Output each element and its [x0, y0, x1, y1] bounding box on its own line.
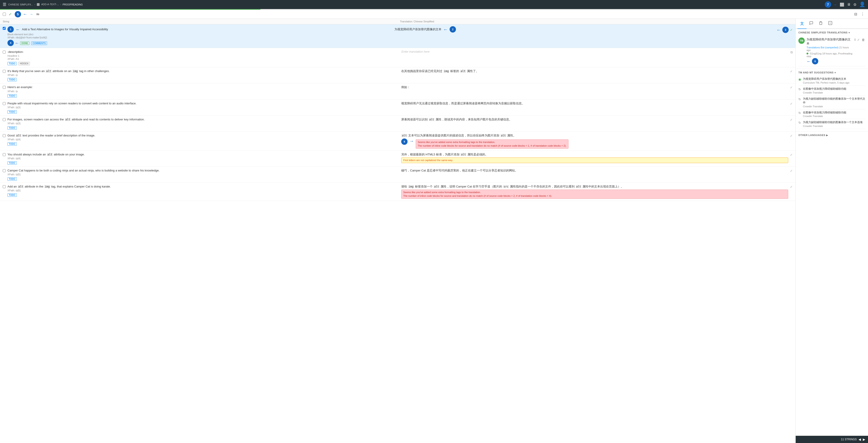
tm-item-0[interactable]: ◉ 为视觉障碍用户添加替代图像的文本 Curriculum TM, Perfec…	[798, 76, 865, 86]
row-10-warning: Seems like you've added some extra forma…	[401, 190, 788, 199]
trans-count: 0	[854, 38, 856, 41]
row-2-actions: ⧉	[790, 50, 793, 54]
string-row[interactable]: 1 ← Add a Text Alternative to Images for…	[0, 24, 796, 48]
row-2-checkbox[interactable]	[3, 50, 6, 54]
tab-comments[interactable]	[807, 19, 816, 29]
approve-button[interactable]: ✓	[8, 11, 13, 17]
string-row[interactable]: Good alt text provides the reader a brie…	[0, 132, 796, 151]
tm-item-3[interactable]: ↻ 在图像中添加视力障碍辅助辅助功能 Crowdin Translate	[798, 109, 865, 119]
tm-source-1: Crowdin Translate	[803, 91, 865, 94]
back-button[interactable]: ←	[29, 12, 35, 17]
string-row[interactable]: Add an alt attribute in the img tag, tha…	[0, 183, 796, 201]
row-8-check[interactable]: ✓	[790, 153, 793, 157]
row-2-copy[interactable]: ⧉	[790, 50, 793, 54]
main-layout: String Translation: Chinese Simplified 1…	[0, 19, 868, 443]
row-10-source: Add an alt attribute in the img tag, tha…	[7, 184, 399, 199]
annotation-1: 1	[7, 26, 14, 33]
annotation-8: 8	[401, 138, 408, 145]
menu-icon[interactable]: ☰	[3, 2, 6, 7]
row-7-meta-xpath: XPath: /p[4]	[7, 138, 395, 141]
row-6-check[interactable]: ✓	[790, 118, 793, 122]
row-9-check[interactable]: ✓	[790, 169, 793, 173]
filter-button[interactable]: ⊟	[853, 11, 858, 17]
row-1-meta-xpath: XPath: /div[@id='front-matter']/ul/li[2	[7, 36, 388, 39]
tm-section-title: TM AND MT SUGGESTIONS	[798, 71, 834, 74]
row-7-source-text: Good alt text provides the reader a brie…	[7, 134, 95, 137]
row-1-meta-type: Block element text (div)	[7, 33, 388, 36]
row-10-check[interactable]: ✓	[790, 185, 793, 189]
more-button[interactable]: ⋮	[860, 11, 865, 17]
bottom-bar: 11 STRINGS ◀ ▶	[796, 436, 868, 443]
row-1-translation-text: 为视觉障碍用户添加替代图像的文本	[395, 27, 441, 31]
profile-icon[interactable]: 👤	[859, 2, 865, 7]
tm-text-2: 为视力缺陷辅助辅助功能的图像添加一个文本替代文件	[803, 97, 865, 105]
tm-icon-4: ↻	[798, 121, 801, 125]
row-2-source: -description- Headline 1 XPath: /h1 TODO…	[7, 50, 399, 65]
row-7-checkbox[interactable]	[3, 134, 6, 137]
settings-icon[interactable]: ⚙	[853, 2, 857, 7]
tab-history[interactable]	[816, 19, 826, 29]
row-5-source-text: People with visual impairments rely on s…	[7, 102, 136, 105]
breadcrumb-item-2[interactable]: ADD-A-TEXT-...	[37, 3, 59, 6]
string-row[interactable]: -description- Headline 1 XPath: /h1 TODO…	[0, 48, 796, 67]
breadcrumb-item-1[interactable]: CHINESE SIMPLIFII...	[8, 3, 33, 6]
row-1-check[interactable]: ✓	[790, 28, 793, 32]
row-7-translation: alt 文本可以为屏幕阅读器提供图片的描述信息，所以你应始终为图片添加 alt …	[399, 134, 788, 149]
row-4-checkbox[interactable]	[3, 86, 6, 89]
tab-translate[interactable]: 文	[798, 19, 807, 29]
string-row[interactable]: You should always include an alt attribu…	[0, 151, 796, 167]
row-1-inner: 1 ← Add a Text Alternative to Images for…	[7, 26, 775, 46]
row-7-check[interactable]: ✓	[790, 134, 793, 138]
other-languages-header[interactable]: OTHER LANGUAGES ▶	[798, 134, 865, 136]
string-row[interactable]: For images, screen readers can access th…	[0, 116, 796, 132]
row-1-source: 1 ← Add a Text Alternative to Images for…	[7, 26, 392, 46]
annotation-5-arrow: ←	[23, 11, 27, 17]
tab-info[interactable]	[826, 19, 835, 29]
row-1-actions: ← 3 ✓	[776, 27, 793, 33]
monitor-icon[interactable]: 🖥	[847, 2, 850, 6]
row-3-check[interactable]: ✓	[790, 70, 793, 73]
row-4-translation-text: 例如：	[401, 86, 410, 89]
nav-right: 7 → ⬜ 🖥 ⚙ 👤	[825, 1, 865, 8]
tag-todo-9: TODO	[7, 177, 17, 181]
row-1-checkbox[interactable]	[3, 27, 6, 30]
trans-status-time: 18 hours ago	[822, 52, 837, 55]
row-3-meta-xpath: XPath: /p	[7, 74, 395, 76]
tm-item-1[interactable]: ↻ 在图像中添加视力障碍辅助辅助功能 Crowdin Translate	[798, 86, 865, 96]
string-row[interactable]: It's likely that you've seen an alt attr…	[0, 67, 796, 83]
string-row[interactable]: People with visual impairments rely on s…	[0, 100, 796, 116]
row-4-check[interactable]: ✓	[790, 86, 793, 89]
trans-status-user: S1ngS1ng	[810, 52, 822, 55]
tag-todo-3: TODO	[7, 78, 17, 81]
tm-item-2[interactable]: ↻ 为视力缺陷辅助辅助功能的图像添加一个文本替代文件 Crowdin Trans…	[798, 96, 865, 109]
tm-item-4[interactable]: ↻ 为视力缺陷辅助辅助功能的图像添加一个文本选项 Crowdin Transla…	[798, 119, 865, 129]
delete-trans-button[interactable]: 🗑	[861, 37, 865, 42]
row-5-check[interactable]: ✓	[790, 102, 793, 105]
row-10-source-text: Add an alt attribute in the img tag, tha…	[7, 185, 111, 188]
row-5-checkbox[interactable]	[3, 102, 6, 105]
prev-page-button[interactable]: ◀	[859, 438, 861, 441]
trans-text: 为视觉障碍用户添加替代图像的文本	[807, 37, 852, 46]
row-10-checkbox[interactable]	[3, 185, 6, 188]
annotation-2: 2	[450, 26, 456, 33]
status-dot	[807, 53, 808, 55]
string-row[interactable]: Here's an example: XPath: /p TODO 例如： ✓	[0, 83, 796, 99]
approve-trans-button[interactable]: ✓	[857, 37, 860, 42]
row-8-checkbox[interactable]	[3, 153, 6, 156]
translations-section-header[interactable]: CHINESE SIMPLIFIED TRANSLATIONS ▾	[798, 31, 865, 34]
row-3-checkbox[interactable]	[3, 70, 6, 73]
select-all-checkbox[interactable]	[3, 13, 6, 16]
row-6-checkbox[interactable]	[3, 118, 6, 121]
row-9-checkbox[interactable]	[3, 169, 6, 172]
next-page-button[interactable]: ▶	[863, 438, 865, 441]
sidebar-tabs: 文	[796, 19, 868, 29]
tm-icon-2: ↻	[798, 97, 801, 101]
row-10-inner: Add an alt attribute in the img tag, tha…	[7, 184, 788, 199]
annotation-7-arrow: →	[833, 2, 837, 7]
window-icon[interactable]: ⬜	[840, 2, 844, 7]
string-row[interactable]: Camper Cat happens to be both a coding n…	[0, 167, 796, 183]
tm-section-header[interactable]: TM AND MT SUGGESTIONS ▾	[798, 71, 865, 74]
strings-panel: String Translation: Chinese Simplified 1…	[0, 19, 796, 443]
row-7-warning: Seems like you've added some extra forma…	[416, 139, 568, 149]
translations-expand-icon: ▾	[848, 31, 850, 34]
